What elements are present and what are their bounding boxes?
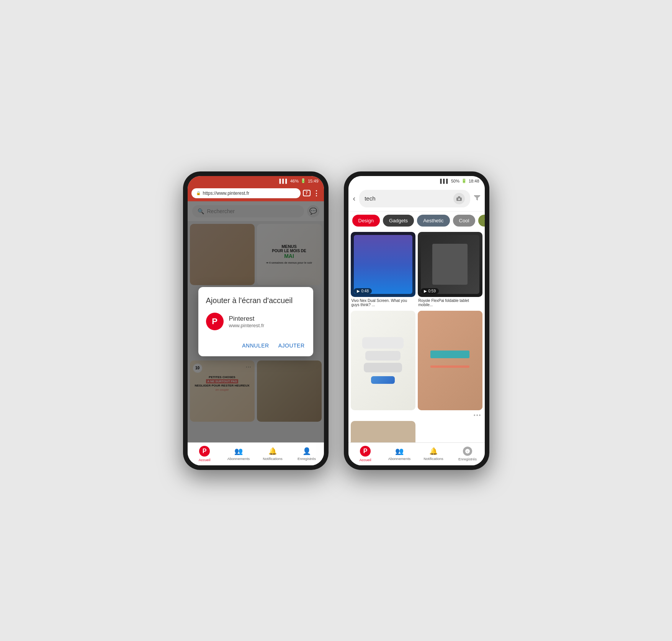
- nav-saved-label-2: Enregistrés: [458, 457, 477, 461]
- nav-notif-icon-2: 🔔: [429, 447, 438, 455]
- search-header-2: ‹ tech: [348, 186, 485, 212]
- phone-1-screen: ▌▌▌ 46% 🔋 15:49 🔒 https://www.pinterest.…: [188, 176, 324, 465]
- more-dots[interactable]: •••: [474, 412, 482, 418]
- chip-gadgets[interactable]: Gadgets: [383, 215, 414, 227]
- pin2-bottom-1[interactable]: [351, 421, 415, 442]
- nav-subs-icon-2: 👥: [395, 447, 404, 455]
- app-url: www.pinterest.fr: [229, 323, 264, 328]
- pin2-bottom-2: [418, 421, 482, 442]
- nav-notif-label-1: Notifications: [263, 457, 283, 461]
- nav-saved-icon-1: 👤: [302, 447, 311, 455]
- pin-scroll-area: ▶ 0:48 Vivo Nex Dual Screen. What you gu…: [348, 230, 485, 442]
- video-duration-1: ▶ 0:48: [354, 288, 372, 294]
- bottom-pin-row: [348, 421, 485, 442]
- app-name: Pinterest: [229, 315, 264, 323]
- pin-col-1: ▶ 0:48 Vivo Nex Dual Screen. What you gu…: [351, 232, 415, 419]
- battery-level: 46%: [290, 179, 299, 183]
- nav-subs-2[interactable]: 👥 Abonnements: [383, 443, 417, 465]
- nav-subs-label-2: Abonnements: [388, 457, 411, 461]
- browser-chrome: 🔒 https://www.pinterest.fr 7 ⋮: [188, 186, 324, 201]
- content-area-1: 🔍 Rechercher 💬 MENUS POUR LE MOIS DE MAI…: [188, 201, 324, 442]
- camera-icon[interactable]: [453, 193, 465, 204]
- svg-rect-2: [458, 196, 460, 197]
- nav-saved-2[interactable]: c Enregistrés: [451, 443, 485, 465]
- chip-cool[interactable]: Cool: [453, 215, 476, 227]
- status-bar-right-2: ▌▌▌ 50% 🔋 18:48: [440, 178, 479, 183]
- search-query: tech: [365, 195, 375, 202]
- pin2-royole[interactable]: ▶ 0:59: [418, 232, 482, 297]
- nav-saved-1[interactable]: 👤 Enregistrés: [290, 443, 324, 465]
- status-bar-right-1: ▌▌▌ 46% 🔋 15:49: [280, 178, 319, 183]
- signal-icon-2: ▌▌▌: [440, 179, 449, 183]
- dialog-actions: Annuler Ajouter: [206, 338, 306, 350]
- pin-caption-1: Vivo Nex Dual Screen. What you guys thin…: [351, 297, 415, 307]
- nav-home-icon-1: P: [199, 446, 210, 457]
- filter-icon[interactable]: [474, 194, 480, 202]
- status-bar-1: ▌▌▌ 46% 🔋 15:49: [188, 176, 324, 186]
- nav-home-1[interactable]: P Accueil: [188, 443, 222, 465]
- pin-col-2: ▶ 0:59 Royole FlexPai foldable tablet mo…: [418, 232, 482, 419]
- phone-1: ▌▌▌ 46% 🔋 15:49 🔒 https://www.pinterest.…: [183, 171, 329, 470]
- nav-subs-icon-1: 👥: [234, 447, 243, 455]
- nav-notif-1[interactable]: 🔔 Notifications: [256, 443, 290, 465]
- app-icon: P: [206, 313, 224, 330]
- video-icon-2: ▶: [424, 289, 427, 293]
- battery-icon-2: 🔋: [461, 178, 467, 183]
- nav-home-icon-2: P: [360, 446, 371, 457]
- bottom-nav-1: P Accueil 👥 Abonnements 🔔 Notifications …: [188, 442, 324, 465]
- chip-aesthetic[interactable]: Aesthetic: [417, 215, 450, 227]
- signal-icon: ▌▌▌: [280, 179, 288, 183]
- time-2: 18:48: [469, 179, 479, 183]
- more-dots-area: •••: [418, 410, 482, 419]
- nav-home-label-1: Accueil: [199, 458, 211, 462]
- phone-2-screen: ▌▌▌ 50% 🔋 18:48 ‹ tech: [348, 176, 485, 465]
- time: 15:49: [308, 179, 319, 183]
- pin2-wrist[interactable]: [418, 311, 482, 410]
- nav-notif-label-2: Notifications: [423, 457, 443, 461]
- nav-saved-icon-2: c: [463, 447, 472, 456]
- lock-icon: 🔒: [196, 191, 201, 195]
- dialog-title: Ajouter à l'écran d'accueil: [206, 296, 306, 305]
- phone-2: ▌▌▌ 50% 🔋 18:48 ‹ tech: [344, 171, 489, 470]
- pin-caption-2: Royole FlexPai foldable tablet mobile...: [418, 297, 482, 307]
- pin-grid-2: ▶ 0:48 Vivo Nex Dual Screen. What you gu…: [348, 230, 485, 421]
- add-button[interactable]: Ajouter: [278, 341, 306, 350]
- url-text: https://www.pinterest.fr: [203, 191, 249, 196]
- nav-home-label-2: Accueil: [360, 458, 371, 462]
- video-duration-2: ▶ 0:59: [421, 288, 439, 294]
- nav-notif-2[interactable]: 🔔 Notifications: [417, 443, 451, 465]
- chip-tecnolo[interactable]: Tecnolo...: [478, 215, 484, 227]
- search-box-2[interactable]: tech: [359, 190, 470, 207]
- cancel-button[interactable]: Annuler: [241, 341, 270, 350]
- address-bar[interactable]: 🔒 https://www.pinterest.fr: [191, 188, 301, 198]
- nav-notif-icon-1: 🔔: [268, 447, 277, 455]
- battery-level-2: 50%: [451, 179, 459, 183]
- pin2-gadgets[interactable]: [351, 311, 415, 410]
- bottom-nav-2: P Accueil 👥 Abonnements 🔔 Notifications …: [348, 442, 485, 465]
- back-arrow[interactable]: ‹: [353, 194, 356, 203]
- nav-subs-label-1: Abonnements: [227, 457, 250, 461]
- chip-design[interactable]: Design: [352, 215, 380, 227]
- nav-saved-label-1: Enregistrés: [298, 457, 316, 461]
- chips-row: Design Gadgets Aesthetic Cool Tecnolo...: [348, 212, 485, 230]
- browser-menu-icon[interactable]: ⋮: [313, 189, 320, 197]
- nav-home-2[interactable]: P Accueil: [348, 443, 383, 465]
- status-bar-2: ▌▌▌ 50% 🔋 18:48: [348, 176, 485, 186]
- app-details: Pinterest www.pinterest.fr: [229, 315, 264, 328]
- svg-point-1: [458, 198, 460, 200]
- dialog-overlay: Ajouter à l'écran d'accueil P Pinterest …: [188, 201, 324, 442]
- video-icon-1: ▶: [357, 289, 360, 293]
- add-to-home-dialog: Ajouter à l'écran d'accueil P Pinterest …: [198, 287, 313, 356]
- pin2-vivo[interactable]: ▶ 0:48: [351, 232, 415, 297]
- tab-count[interactable]: 7: [303, 190, 311, 196]
- dialog-app-info: P Pinterest www.pinterest.fr: [206, 313, 306, 330]
- svg-text:c: c: [467, 450, 468, 453]
- battery-icon: 🔋: [301, 178, 306, 183]
- nav-subs-1[interactable]: 👥 Abonnements: [222, 443, 256, 465]
